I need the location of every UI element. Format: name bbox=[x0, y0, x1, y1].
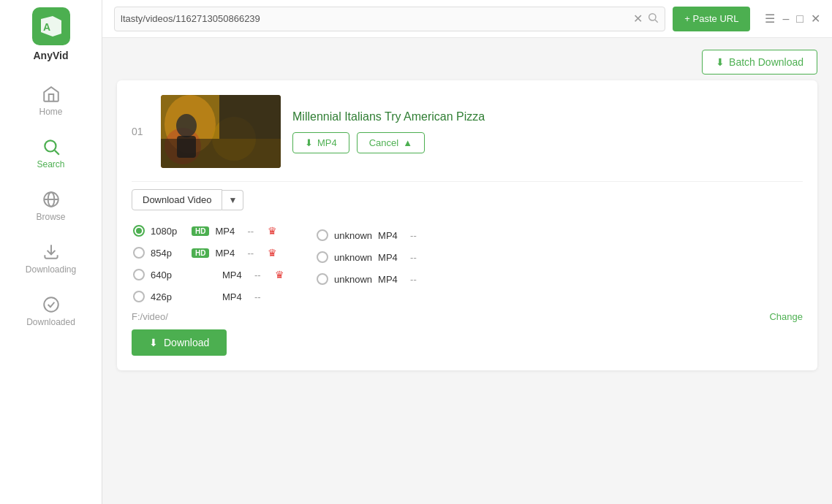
menu-icon[interactable]: ☰ bbox=[765, 12, 775, 26]
mp4-button[interactable]: ⬇ MP4 bbox=[292, 132, 349, 153]
quality-row-unknown2: unknown MP4 -- bbox=[315, 247, 426, 267]
crown-icon-1080p: ♛ bbox=[268, 225, 277, 237]
cancel-button[interactable]: Cancel ▲ bbox=[357, 132, 425, 153]
app-name: AnyVid bbox=[34, 50, 69, 61]
quality-label-unknown1: unknown bbox=[334, 230, 372, 241]
sidebar-item-home-label: Home bbox=[39, 107, 62, 117]
downloading-icon bbox=[42, 243, 61, 261]
svg-point-9 bbox=[649, 13, 656, 20]
format-426p: MP4 bbox=[222, 291, 249, 302]
dash-unknown2: -- bbox=[410, 252, 425, 263]
divider bbox=[132, 181, 803, 182]
download-btn-icon: ⬇ bbox=[149, 337, 158, 348]
dash-1080p: -- bbox=[247, 226, 262, 237]
radio-unknown2[interactable] bbox=[317, 251, 328, 263]
video-title: Millennial Italians Try American Pizza bbox=[292, 110, 803, 123]
sidebar-nav: Home Search Browse Down bbox=[0, 76, 102, 336]
dash-640p: -- bbox=[254, 270, 269, 280]
maximize-button[interactable]: □ bbox=[796, 12, 803, 26]
download-arrow-icon: ⬇ bbox=[305, 137, 313, 148]
video-card: 01 bbox=[117, 80, 817, 370]
quality-row-426p: 426p MP4 -- bbox=[132, 286, 286, 307]
dropdown-main[interactable]: Download Video bbox=[132, 189, 222, 210]
radio-640p[interactable] bbox=[133, 269, 145, 280]
url-search-button[interactable] bbox=[647, 12, 659, 26]
quality-label-426p: 426p bbox=[151, 291, 186, 302]
radio-1080p[interactable] bbox=[133, 225, 145, 237]
format-unknown2: MP4 bbox=[378, 252, 404, 263]
sidebar-item-downloaded-label: Downloaded bbox=[26, 317, 75, 327]
svg-line-3 bbox=[54, 150, 58, 155]
change-link[interactable]: Change bbox=[769, 311, 803, 322]
radio-426p[interactable] bbox=[133, 291, 145, 302]
url-clear-button[interactable]: ✕ bbox=[633, 13, 643, 25]
dash-426p: -- bbox=[254, 291, 269, 302]
svg-rect-14 bbox=[219, 95, 281, 139]
format-unknown3: MP4 bbox=[378, 274, 404, 285]
dash-854p: -- bbox=[247, 248, 262, 259]
dash-unknown1: -- bbox=[410, 230, 425, 241]
crown-icon-854p: ♛ bbox=[268, 247, 277, 259]
sidebar-item-home[interactable]: Home bbox=[0, 76, 102, 126]
mp4-label: MP4 bbox=[317, 137, 337, 148]
paste-url-button[interactable]: + Paste URL bbox=[673, 7, 750, 31]
video-header: 01 bbox=[132, 95, 803, 168]
format-854p: MP4 bbox=[215, 248, 241, 259]
dash-unknown3: -- bbox=[410, 274, 425, 285]
batch-download-label: Batch Download bbox=[729, 56, 803, 68]
quality-label-unknown3: unknown bbox=[334, 274, 372, 285]
radio-unknown1[interactable] bbox=[317, 229, 328, 241]
svg-line-10 bbox=[655, 20, 658, 23]
hd-badge-854p: HD bbox=[192, 248, 209, 258]
sidebar-item-search[interactable]: Search bbox=[0, 129, 102, 178]
sidebar-item-browse[interactable]: Browse bbox=[0, 181, 102, 231]
quality-col-right: unknown MP4 -- unknown MP4 -- bbox=[315, 221, 426, 307]
download-button[interactable]: ⬇ Download bbox=[132, 329, 227, 356]
chevron-up-icon: ▲ bbox=[403, 137, 412, 148]
minimize-button[interactable]: – bbox=[782, 12, 789, 26]
batch-download-container: ⬇ Batch Download bbox=[102, 38, 832, 80]
window-controls: ☰ – □ ✕ bbox=[765, 12, 820, 26]
video-thumbnail[interactable] bbox=[161, 95, 281, 168]
quality-label-640p: 640p bbox=[151, 270, 186, 280]
url-input-wrapper: ✕ bbox=[114, 7, 665, 31]
options-dropdown: Download Video ▼ bbox=[132, 189, 803, 210]
svg-point-8 bbox=[44, 297, 58, 312]
quality-label-1080p: 1080p bbox=[151, 226, 186, 237]
titlebar: ✕ + Paste URL ☰ – □ ✕ bbox=[102, 0, 832, 38]
sidebar-item-downloading[interactable]: Downloading bbox=[0, 234, 102, 283]
sidebar-item-downloaded[interactable]: Downloaded bbox=[0, 286, 102, 336]
batch-download-button[interactable]: ⬇ Batch Download bbox=[702, 50, 817, 75]
video-actions: ⬇ MP4 Cancel ▲ bbox=[292, 132, 803, 153]
browse-icon bbox=[42, 190, 61, 209]
radio-unknown3[interactable] bbox=[317, 273, 328, 285]
sidebar-item-search-label: Search bbox=[37, 159, 64, 169]
cancel-label: Cancel bbox=[369, 137, 398, 148]
format-1080p: MP4 bbox=[215, 226, 241, 237]
svg-point-2 bbox=[45, 140, 56, 151]
quality-label-854p: 854p bbox=[151, 248, 186, 259]
quality-columns: 1080p HD MP4 -- ♛ 854p HD MP4 -- bbox=[132, 221, 803, 307]
quality-col-left: 1080p HD MP4 -- ♛ 854p HD MP4 -- bbox=[132, 221, 286, 307]
content-area: ⬇ Batch Download 01 bbox=[102, 38, 832, 504]
svg-text:A: A bbox=[43, 21, 50, 33]
quality-row-unknown1: unknown MP4 -- bbox=[315, 225, 426, 245]
dropdown-arrow[interactable]: ▼ bbox=[222, 190, 243, 210]
video-number: 01 bbox=[132, 126, 149, 137]
close-button[interactable]: ✕ bbox=[811, 12, 820, 26]
radio-854p[interactable] bbox=[133, 247, 145, 259]
sidebar-item-downloading-label: Downloading bbox=[26, 264, 76, 275]
quality-row-1080p: 1080p HD MP4 -- ♛ bbox=[132, 221, 286, 241]
logo-icon: A bbox=[32, 7, 70, 45]
footer-row: F:/video/ Change bbox=[132, 311, 803, 322]
app-logo: A AnyVid bbox=[32, 7, 70, 61]
url-input[interactable] bbox=[121, 13, 629, 24]
download-options: Download Video ▼ 1080p HD MP4 -- bbox=[132, 189, 803, 356]
download-btn-label: Download bbox=[164, 337, 209, 348]
format-640p: MP4 bbox=[222, 270, 249, 280]
quality-row-854p: 854p HD MP4 -- ♛ bbox=[132, 243, 286, 263]
quality-row-unknown3: unknown MP4 -- bbox=[315, 269, 426, 289]
crown-icon-640p: ♛ bbox=[275, 269, 284, 280]
main-content: ✕ + Paste URL ☰ – □ ✕ ⬇ Batch Download bbox=[102, 0, 832, 504]
quality-label-unknown2: unknown bbox=[334, 252, 372, 263]
